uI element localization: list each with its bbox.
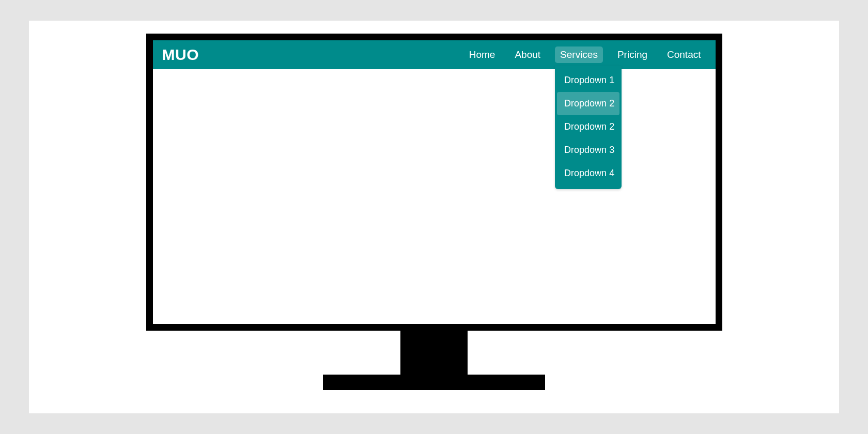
nav-item-pricing[interactable]: Pricing <box>612 47 653 63</box>
dropdown-item[interactable]: Dropdown 1 <box>555 69 622 92</box>
dropdown-item[interactable]: Dropdown 4 <box>555 162 622 185</box>
nav-item-label: Home <box>469 49 495 60</box>
nav-item-label: Services <box>560 49 598 60</box>
canvas: MUO HomeAboutServicesDropdown 1Dropdown … <box>29 21 839 413</box>
dropdown-menu: Dropdown 1Dropdown 2Dropdown 2Dropdown 3… <box>555 66 622 189</box>
nav-list: HomeAboutServicesDropdown 1Dropdown 2Dro… <box>464 47 706 63</box>
nav-item-label: About <box>515 49 540 60</box>
nav-item-label: Contact <box>667 49 701 60</box>
dropdown-item[interactable]: Dropdown 2 <box>555 115 622 138</box>
nav-item-label: Pricing <box>617 49 647 60</box>
navbar: MUO HomeAboutServicesDropdown 1Dropdown … <box>153 40 716 69</box>
monitor-neck <box>400 331 468 375</box>
dropdown-item[interactable]: Dropdown 3 <box>555 138 622 162</box>
nav-item-about[interactable]: About <box>509 47 546 63</box>
screen: MUO HomeAboutServicesDropdown 1Dropdown … <box>153 40 716 324</box>
monitor: MUO HomeAboutServicesDropdown 1Dropdown … <box>146 34 722 390</box>
monitor-bezel: MUO HomeAboutServicesDropdown 1Dropdown … <box>146 34 722 331</box>
nav-item-home[interactable]: Home <box>464 47 501 63</box>
nav-item-contact[interactable]: Contact <box>662 47 706 63</box>
nav-item-services[interactable]: ServicesDropdown 1Dropdown 2Dropdown 2Dr… <box>555 47 603 63</box>
brand-logo[interactable]: MUO <box>162 46 199 64</box>
monitor-base <box>323 375 545 390</box>
dropdown-item[interactable]: Dropdown 2 <box>557 92 619 115</box>
